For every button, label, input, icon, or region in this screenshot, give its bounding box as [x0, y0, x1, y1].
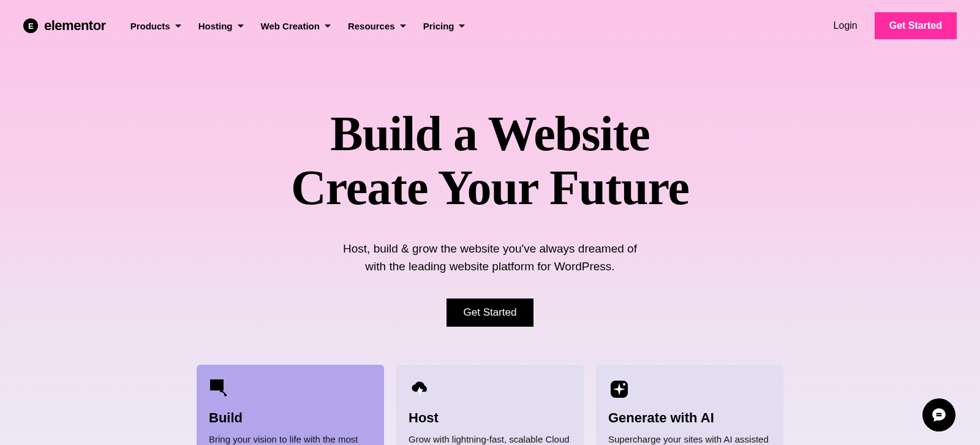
header-actions: Login Get Started: [834, 12, 957, 39]
chevron-down-icon: [325, 25, 331, 28]
card-desc: Supercharge your sites with AI assisted …: [608, 432, 771, 445]
hero-title-line1: Build a Website: [330, 107, 649, 161]
card-desc: Grow with lightning-fast, scalable Cloud…: [409, 432, 571, 445]
build-icon: [209, 378, 231, 400]
get-started-button[interactable]: Get Started: [875, 12, 957, 39]
card-build[interactable]: Build Bring your vision to life with the…: [197, 365, 384, 445]
hero-subtitle: Host, build & grow the website you've al…: [0, 240, 980, 275]
nav-label: Hosting: [198, 21, 233, 31]
nav-hosting[interactable]: Hosting: [198, 21, 244, 31]
sparkle-icon: [608, 378, 630, 400]
card-ai[interactable]: Generate with AI Supercharge your sites …: [596, 365, 783, 445]
chevron-down-icon: [238, 25, 244, 28]
nav-web-creation[interactable]: Web Creation: [261, 21, 331, 31]
cloud-bolt-icon: [409, 378, 431, 400]
nav-label: Web Creation: [261, 21, 320, 31]
nav-label: Products: [130, 21, 170, 31]
card-title: Host: [409, 410, 571, 426]
brand-name: elementor: [44, 18, 106, 34]
nav-pricing[interactable]: Pricing: [423, 21, 466, 31]
nav-resources[interactable]: Resources: [348, 21, 406, 31]
header: E elementor Products Hosting Web Creatio…: [0, 0, 980, 51]
feature-cards: Build Bring your vision to life with the…: [0, 365, 980, 445]
hero-title: Build a Website Create Your Future: [0, 107, 980, 215]
chevron-down-icon: [459, 25, 465, 28]
card-host[interactable]: Host Grow with lightning-fast, scalable …: [396, 365, 584, 445]
hero: Build a Website Create Your Future Host,…: [0, 107, 980, 327]
logo-icon: E: [23, 18, 38, 33]
chevron-down-icon: [175, 25, 181, 28]
hero-sub-line2: with the leading website platform for Wo…: [365, 260, 614, 273]
card-title: Generate with AI: [608, 410, 771, 426]
chat-icon: [931, 407, 947, 423]
nav-label: Resources: [348, 21, 395, 31]
hero-title-line2: Create Your Future: [291, 161, 689, 215]
nav-products[interactable]: Products: [130, 21, 181, 31]
login-link[interactable]: Login: [834, 20, 858, 31]
main-nav: Products Hosting Web Creation Resources …: [130, 21, 466, 31]
card-title: Build: [209, 410, 372, 426]
hero-sub-line1: Host, build & grow the website you've al…: [343, 242, 637, 255]
nav-label: Pricing: [423, 21, 454, 31]
hero-cta-button[interactable]: Get Started: [447, 299, 534, 327]
svg-point-2: [623, 383, 625, 386]
chat-button[interactable]: [922, 398, 956, 432]
card-desc: Bring your vision to life with the most …: [209, 432, 372, 445]
logo[interactable]: E elementor: [23, 18, 106, 34]
chevron-down-icon: [400, 25, 406, 28]
svg-rect-0: [210, 379, 224, 390]
